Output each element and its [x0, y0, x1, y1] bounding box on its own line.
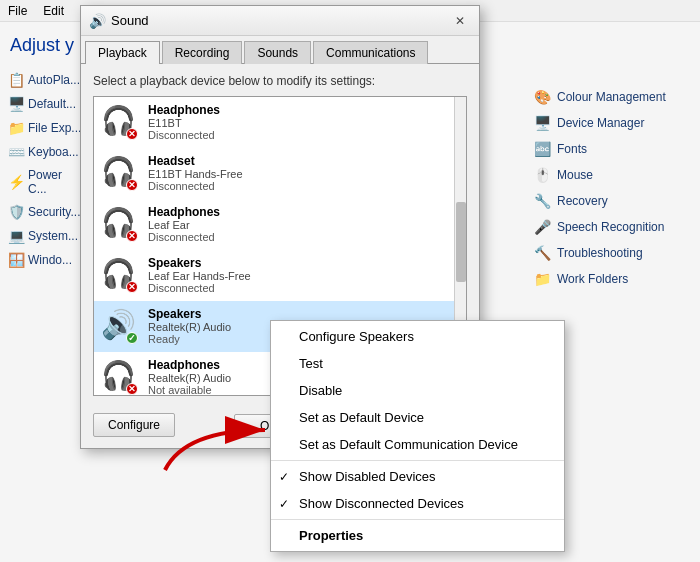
device-item[interactable]: 🎧 ✕ Headset E11BT Hands-Free Disconnecte…: [94, 148, 466, 199]
sidebar-label-3: Keyboa...: [28, 145, 79, 159]
dialog-titlebar: 🔊 Sound ✕: [81, 6, 479, 36]
device-name-1: Headphones: [148, 103, 458, 117]
right-icon-0: 🎨: [533, 88, 551, 106]
tab-playback[interactable]: Playback: [85, 41, 160, 64]
sidebar-label-1: Default...: [28, 97, 76, 111]
right-icon-2: 🔤: [533, 140, 551, 158]
right-sidebar: 🎨Colour Management🖥️Device Manager🔤Fonts…: [527, 85, 692, 291]
right-icon-1: 🖥️: [533, 114, 551, 132]
status-dot-3: ✕: [126, 230, 138, 242]
tab-communications[interactable]: Communications: [313, 41, 428, 64]
device-info-1: Headphones E11BT Disconnected: [148, 103, 458, 141]
sidebar-icon-1: 🖥️: [8, 96, 24, 112]
sidebar-label-4: Power C...: [28, 168, 82, 196]
context-menu: Configure Speakers Test Disable Set as D…: [270, 320, 565, 552]
dialog-description: Select a playback device below to modify…: [93, 74, 467, 88]
device-item[interactable]: 🎧 ✕ Headphones E11BT Disconnected: [94, 97, 466, 148]
sidebar-item-7[interactable]: 🪟Windo...: [4, 249, 86, 271]
sidebar-item-5[interactable]: 🛡️Security...: [4, 201, 86, 223]
right-item-4[interactable]: 🔧Recovery: [527, 189, 692, 213]
sidebar-item-6[interactable]: 💻System...: [4, 225, 86, 247]
sidebar-item-2[interactable]: 📁File Exp...: [4, 117, 86, 139]
sidebar-icon-5: 🛡️: [8, 204, 24, 220]
sidebar-item-4[interactable]: ⚡Power C...: [4, 165, 86, 199]
scrollbar-thumb[interactable]: [456, 202, 466, 282]
ctx-show-disabled[interactable]: ✓ Show Disabled Devices: [271, 463, 564, 490]
right-icon-5: 🎤: [533, 218, 551, 236]
page-title: Adjust y: [10, 35, 74, 56]
ctx-properties[interactable]: Properties: [271, 522, 564, 549]
ctx-show-disconnected[interactable]: ✓ Show Disconnected Devices: [271, 490, 564, 517]
ctx-test[interactable]: Test: [271, 350, 564, 377]
sidebar-icon-4: ⚡: [8, 174, 24, 190]
title-left: 🔊 Sound: [89, 13, 149, 29]
device-icon-wrap: 🎧 ✕: [102, 206, 138, 242]
ctx-disable[interactable]: Disable: [271, 377, 564, 404]
device-model-2: E11BT Hands-Free: [148, 168, 458, 180]
sidebar-icon-0: 📋: [8, 72, 24, 88]
right-item-2[interactable]: 🔤Fonts: [527, 137, 692, 161]
status-dot-1: ✕: [126, 128, 138, 140]
tab-bar: Playback Recording Sounds Communications: [81, 36, 479, 64]
sidebar-label-5: Security...: [28, 205, 80, 219]
device-name-4: Speakers: [148, 256, 458, 270]
sidebar-label-7: Windo...: [28, 253, 72, 267]
status-dot-4: ✕: [126, 281, 138, 293]
menu-edit[interactable]: Edit: [43, 4, 64, 18]
right-icon-7: 📁: [533, 270, 551, 288]
sidebar-label-2: File Exp...: [28, 121, 81, 135]
right-item-5[interactable]: 🎤Speech Recognition: [527, 215, 692, 239]
device-icon-wrap: 🎧 ✕: [102, 104, 138, 140]
right-label-1: Device Manager: [557, 116, 644, 130]
device-name-2: Headset: [148, 154, 458, 168]
device-model-1: E11BT: [148, 117, 458, 129]
device-info-3: Headphones Leaf Ear Disconnected: [148, 205, 458, 243]
right-icon-6: 🔨: [533, 244, 551, 262]
sidebar-icon-6: 💻: [8, 228, 24, 244]
ctx-set-default[interactable]: Set as Default Device: [271, 404, 564, 431]
right-item-1[interactable]: 🖥️Device Manager: [527, 111, 692, 135]
right-label-6: Troubleshooting: [557, 246, 643, 260]
right-item-6[interactable]: 🔨Troubleshooting: [527, 241, 692, 265]
ctx-configure-speakers[interactable]: Configure Speakers: [271, 323, 564, 350]
status-dot-6: ✕: [126, 383, 138, 395]
device-info-4: Speakers Leaf Ear Hands-Free Disconnecte…: [148, 256, 458, 294]
sidebar-icon-7: 🪟: [8, 252, 24, 268]
right-label-7: Work Folders: [557, 272, 628, 286]
check-icon-2: ✓: [279, 497, 289, 511]
right-icon-4: 🔧: [533, 192, 551, 210]
right-label-2: Fonts: [557, 142, 587, 156]
sidebar-item-3[interactable]: ⌨️Keyboa...: [4, 141, 86, 163]
right-label-4: Recovery: [557, 194, 608, 208]
sound-icon: 🔊: [89, 13, 105, 29]
sidebar-icon-3: ⌨️: [8, 144, 24, 160]
dialog-title: Sound: [111, 13, 149, 28]
sidebar-icon-2: 📁: [8, 120, 24, 136]
right-label-0: Colour Management: [557, 90, 666, 104]
tab-recording[interactable]: Recording: [162, 41, 243, 64]
right-label-5: Speech Recognition: [557, 220, 664, 234]
close-button[interactable]: ✕: [449, 10, 471, 32]
check-icon-1: ✓: [279, 470, 289, 484]
device-state-2: Disconnected: [148, 180, 458, 192]
right-item-7[interactable]: 📁Work Folders: [527, 267, 692, 291]
ctx-separator-1: [271, 460, 564, 461]
sidebar-item-1[interactable]: 🖥️Default...: [4, 93, 86, 115]
sidebar-label-0: AutoPla...: [28, 73, 80, 87]
menu-file[interactable]: File: [8, 4, 27, 18]
right-item-3[interactable]: 🖱️Mouse: [527, 163, 692, 187]
sidebar-item-0[interactable]: 📋AutoPla...: [4, 69, 86, 91]
left-sidebar: 📋AutoPla...🖥️Default...📁File Exp...⌨️Key…: [0, 65, 90, 275]
device-icon-wrap: 🎧 ✕: [102, 359, 138, 395]
sidebar-label-6: System...: [28, 229, 78, 243]
device-state-3: Disconnected: [148, 231, 458, 243]
device-item[interactable]: 🎧 ✕ Headphones Leaf Ear Disconnected: [94, 199, 466, 250]
device-icon-wrap: 🎧 ✕: [102, 257, 138, 293]
right-label-3: Mouse: [557, 168, 593, 182]
configure-button[interactable]: Configure: [93, 413, 175, 437]
device-state-1: Disconnected: [148, 129, 458, 141]
ctx-set-default-comm[interactable]: Set as Default Communication Device: [271, 431, 564, 458]
right-item-0[interactable]: 🎨Colour Management: [527, 85, 692, 109]
tab-sounds[interactable]: Sounds: [244, 41, 311, 64]
device-item[interactable]: 🎧 ✕ Speakers Leaf Ear Hands-Free Disconn…: [94, 250, 466, 301]
